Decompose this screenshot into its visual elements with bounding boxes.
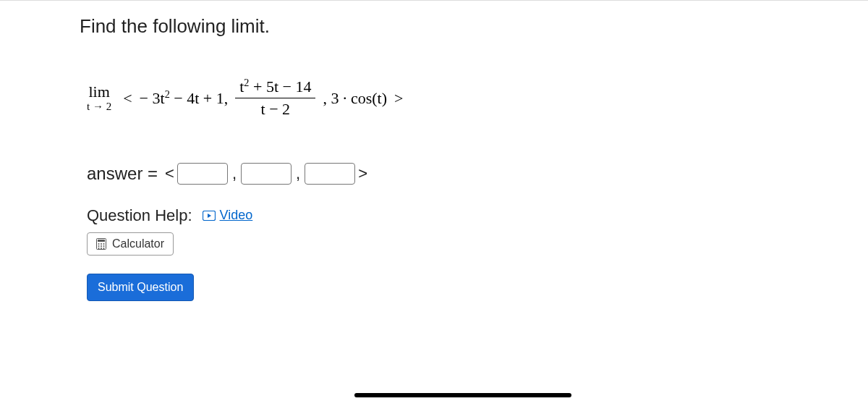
- calculator-button-label: Calculator: [112, 237, 164, 250]
- answer-close-bracket: >: [358, 164, 367, 183]
- svg-point-9: [98, 248, 100, 249]
- calculator-icon: [96, 238, 106, 250]
- limit-notation: lim t → 2: [87, 84, 111, 112]
- svg-point-11: [103, 248, 105, 249]
- answer-comma-1: ,: [232, 164, 237, 183]
- answer-label: answer =: [87, 164, 158, 184]
- svg-point-5: [103, 243, 105, 245]
- submit-question-button[interactable]: Submit Question: [87, 274, 194, 301]
- bottom-handle-bar: [354, 393, 571, 397]
- question-help-row: Question Help: Video: [87, 206, 868, 225]
- answer-input-1[interactable]: [177, 163, 228, 185]
- expr-first-component: − 3t2 − 4t + 1,: [140, 89, 229, 108]
- expr-fraction: t2 + 5t − 14 t − 2: [235, 77, 315, 119]
- calculator-button[interactable]: Calculator: [87, 232, 174, 256]
- expr-third-component: , 3 · cos(t): [323, 89, 387, 108]
- open-angle-bracket: <: [123, 89, 132, 108]
- close-angle-bracket: >: [394, 89, 403, 108]
- lim-approach: t → 2: [87, 101, 111, 112]
- video-link[interactable]: Video: [203, 208, 253, 223]
- svg-rect-2: [98, 240, 105, 242]
- svg-point-7: [101, 245, 102, 247]
- answer-open-bracket: <: [165, 164, 174, 183]
- svg-point-10: [101, 248, 102, 249]
- question-help-label: Question Help:: [87, 206, 192, 225]
- play-video-icon: [203, 211, 216, 221]
- question-prompt: Find the following limit.: [80, 15, 868, 38]
- limit-expression: lim t → 2 < − 3t2 − 4t + 1, t2 + 5t − 14…: [87, 77, 868, 119]
- svg-point-6: [98, 245, 100, 247]
- fraction-denominator: t − 2: [257, 98, 295, 119]
- svg-point-3: [98, 243, 100, 245]
- video-link-label: Video: [220, 208, 253, 223]
- lim-text: lim: [88, 84, 109, 100]
- svg-point-4: [101, 243, 102, 245]
- fraction-numerator: t2 + 5t − 14: [235, 77, 315, 98]
- svg-point-8: [103, 245, 105, 247]
- answer-comma-2: ,: [296, 164, 300, 183]
- answer-input-3[interactable]: [305, 163, 355, 185]
- answer-input-2[interactable]: [241, 163, 292, 185]
- answer-row: answer = < , , >: [87, 163, 868, 185]
